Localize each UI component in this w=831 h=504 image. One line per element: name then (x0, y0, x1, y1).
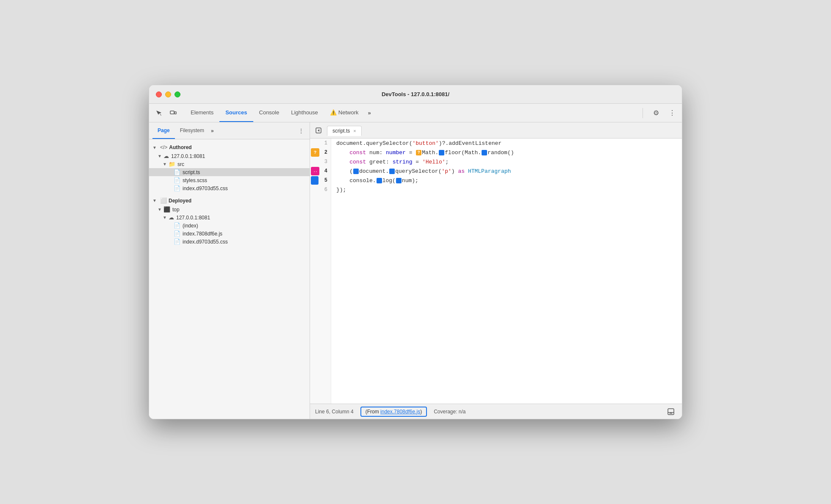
index-css-authored-item[interactable]: ▶ 📄 index.d9703d55.css (149, 184, 310, 192)
line-numbers: 1 ? 2 3 .. 4 (310, 138, 331, 404)
svg-rect-1 (175, 112, 176, 114)
device-toggle-icon[interactable] (167, 107, 180, 119)
maximize-button[interactable] (175, 91, 180, 97)
code-line-1: document.querySelector('button')?.addEve… (331, 138, 682, 148)
inspect-icon[interactable] (152, 107, 165, 119)
script-ts-label: script.ts (183, 169, 200, 175)
tab-lighthouse[interactable]: Lighthouse (285, 104, 324, 122)
top-arrow: ▼ (158, 207, 163, 212)
deployed-section[interactable]: ▼ ⬜ Deployed (149, 196, 310, 205)
status-right (665, 406, 677, 418)
more-tabs-button[interactable]: » (365, 108, 374, 118)
tab-network-label: Network (338, 109, 359, 116)
toolbar-icon-group (152, 107, 180, 119)
css-file-icon: 📄 (174, 185, 180, 191)
top-item[interactable]: ▼ ⬛ top (149, 205, 310, 213)
source-suffix: ) (420, 409, 422, 415)
authored-server[interactable]: ▼ ☁ 127.0.0.1:8081 (149, 152, 310, 160)
code-content[interactable]: document.querySelector('button')?.addEve… (331, 138, 682, 404)
line-row-2: ? 2 (310, 148, 331, 157)
sidebar-tab-page[interactable]: Page (152, 122, 175, 139)
cloud-icon: ☁ (163, 153, 169, 159)
line-row-6: 6 (310, 185, 331, 194)
tab-console-label: Console (259, 109, 280, 116)
index-label: (index) (183, 223, 198, 229)
coverage-label: Coverage: n/a (434, 409, 465, 415)
status-bar: Line 6, Column 4 (From index.7808df6e.js… (310, 404, 682, 419)
tab-console[interactable]: Console (253, 104, 285, 122)
tab-elements-label: Elements (191, 109, 213, 116)
deployed-arrow: ▼ (152, 198, 158, 203)
ts-file-icon: 📄 (174, 169, 180, 175)
deployed-server-label: 127.0.0.1:8081 (176, 215, 210, 221)
sidebar-tab-filesystem-label: Filesystem (180, 127, 204, 133)
script-ts-item[interactable]: ▶ 📄 script.ts (149, 168, 310, 176)
index-js-label: index.7808df6e.js (183, 231, 222, 237)
blue-inline-icon-1 (439, 150, 444, 155)
toolbar-separator (643, 108, 643, 118)
code-line-2: const num: number = ? Math. floor(Math. … (331, 148, 682, 157)
devtools-window: DevTools - 127.0.0.1:8081/ Elements Sour (149, 85, 682, 419)
index-file-icon: 📄 (174, 222, 180, 229)
editor-tab-close[interactable]: × (353, 128, 356, 133)
orange-inline-icon: ? (416, 150, 421, 155)
blue-inline-icon-5 (377, 178, 382, 183)
deployed-label: Deployed (169, 198, 191, 204)
main-content: Page Filesystem » ⋮ ▼ </> Authored (149, 122, 682, 419)
code-line-4: ( document. querySelector( 'p' ) as HTML… (331, 166, 682, 176)
badge-2: ? (311, 148, 319, 157)
styles-scss-label: styles.scss (183, 177, 207, 183)
minimize-button[interactable] (165, 91, 171, 97)
main-toolbar: Elements Sources Console Lighthouse ⚠️ N… (149, 104, 682, 122)
folder-icon: 📁 (169, 161, 175, 167)
authored-server-label: 127.0.0.1:8081 (171, 153, 205, 159)
deployed-server[interactable]: ▼ ☁ 127.0.0.1:8081 (149, 213, 310, 222)
styles-scss-item[interactable]: ▶ 📄 styles.scss (149, 176, 310, 184)
tab-network[interactable]: ⚠️ Network (324, 104, 365, 122)
svg-rect-3 (668, 409, 674, 415)
editor-area: script.ts × 1 ? 2 (310, 122, 682, 419)
index-item[interactable]: ▶ 📄 (index) (149, 222, 310, 230)
code-editor[interactable]: 1 ? 2 3 .. 4 (310, 138, 682, 404)
editor-file-tab[interactable]: script.ts × (327, 126, 362, 136)
sidebar-tab-page-label: Page (158, 127, 170, 133)
top-icon: ⬛ (163, 206, 170, 213)
line-row-1: 1 (310, 138, 331, 148)
badge-5 (311, 176, 319, 185)
tab-sources[interactable]: Sources (219, 104, 253, 122)
toolbar-tabs: Elements Sources Console Lighthouse ⚠️ N… (185, 104, 365, 122)
deployed-box-icon: ⬜ (160, 197, 167, 204)
titlebar: DevTools - 127.0.0.1:8081/ (149, 85, 682, 104)
src-folder[interactable]: ▼ 📁 src (149, 160, 310, 168)
source-badge: (From index.7808df6e.js) (360, 407, 427, 417)
sidebar-menu-icon[interactable]: ⋮ (296, 126, 306, 136)
settings-icon[interactable]: ⚙ (650, 107, 662, 119)
index-css-deployed-item[interactable]: ▶ 📄 index.d9703d55.css (149, 238, 310, 246)
code-line-3: const greet: string = 'Hello' ; (331, 157, 682, 166)
traffic-lights (156, 91, 180, 97)
index-js-item[interactable]: ▶ 📄 index.7808df6e.js (149, 230, 310, 238)
more-options-icon[interactable]: ⋮ (666, 107, 679, 119)
editor-back-icon[interactable] (313, 125, 324, 136)
close-button[interactable] (156, 91, 162, 97)
authored-arrow: ▼ (152, 145, 158, 150)
tab-elements[interactable]: Elements (185, 104, 219, 122)
blue-inline-icon-3 (353, 169, 359, 174)
sidebar-tab-filesystem[interactable]: Filesystem (175, 122, 209, 139)
toolbar-right: ⚙ ⋮ (639, 107, 679, 119)
top-label: top (172, 207, 180, 213)
line-row-5: 5 (310, 176, 331, 185)
deployed-css-file-icon: 📄 (174, 238, 180, 245)
line-row-3: 3 (310, 157, 331, 166)
source-file-link[interactable]: index.7808df6e.js (380, 409, 420, 415)
editor-tabs: script.ts × (310, 122, 682, 138)
authored-label: Authored (169, 144, 191, 150)
svg-rect-0 (170, 111, 174, 114)
line-num-3: 3 (310, 157, 331, 166)
line-row-4: .. 4 (310, 166, 331, 176)
js-file-icon: 📄 (174, 230, 180, 237)
blue-inline-icon-4 (389, 169, 395, 174)
console-drawer-icon[interactable] (665, 406, 677, 418)
sidebar-tabs-more[interactable]: » (211, 128, 214, 134)
authored-section[interactable]: ▼ </> Authored (149, 143, 310, 152)
